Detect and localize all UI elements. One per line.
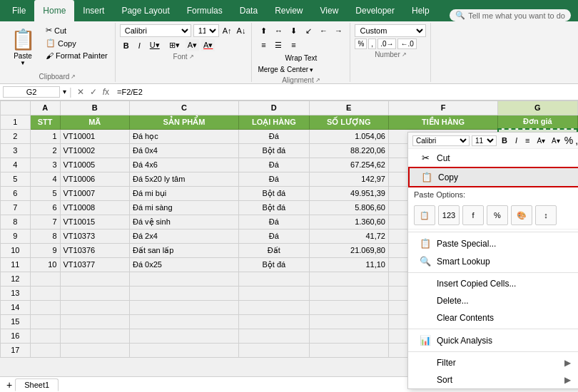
cell-a-6[interactable]: 5 bbox=[30, 186, 60, 200]
tab-review[interactable]: Review bbox=[266, 0, 311, 21]
cell-c-8[interactable]: Đá vệ sinh bbox=[129, 215, 238, 229]
tell-me-input[interactable]: 🔍 Tell me what you want to do bbox=[450, 9, 571, 21]
cell-e-2[interactable]: 1.054,06 bbox=[309, 129, 388, 143]
cut-button[interactable]: ✂ Cut bbox=[43, 24, 111, 36]
paste-button[interactable]: 📋 Paste ▼ bbox=[4, 24, 41, 68]
cell-c-2[interactable]: Đá học bbox=[129, 129, 238, 143]
ctx-delete[interactable]: Delete... bbox=[408, 292, 578, 309]
name-box-dropdown-icon[interactable]: ▾ bbox=[63, 88, 66, 96]
cell-a-2[interactable]: 1 bbox=[30, 129, 60, 143]
cell-a-4[interactable]: 3 bbox=[30, 158, 60, 172]
cell-b-10[interactable]: VT10376 bbox=[60, 243, 129, 257]
indent-decrease-button[interactable]: ← bbox=[316, 24, 330, 37]
cell-e-14[interactable] bbox=[309, 300, 388, 314]
cell-c-10[interactable]: Đất san lấp bbox=[129, 243, 238, 257]
tab-help[interactable]: Help bbox=[403, 0, 438, 21]
ctx-bold-btn[interactable]: B bbox=[499, 135, 510, 146]
align-top-button[interactable]: ⬆ bbox=[256, 24, 270, 37]
cell-a-5[interactable]: 4 bbox=[30, 172, 60, 186]
ctx-clear-contents[interactable]: Clear Contents bbox=[408, 309, 578, 326]
cell-c-16[interactable] bbox=[129, 329, 238, 343]
border-button[interactable]: ⊞▾ bbox=[166, 39, 183, 51]
header-so-luong[interactable]: SỐ LƯỢNG bbox=[309, 115, 388, 129]
cell-c-13[interactable] bbox=[129, 286, 238, 300]
ctx-comma-btn[interactable]: , bbox=[575, 135, 578, 146]
cell-b-5[interactable]: VT10006 bbox=[60, 172, 129, 186]
decrease-decimal-button[interactable]: ←.0 bbox=[397, 38, 416, 49]
align-center-button[interactable]: ☰ bbox=[271, 38, 285, 51]
cell-e-4[interactable]: 67.254,62 bbox=[309, 158, 388, 172]
formula-input[interactable] bbox=[114, 87, 575, 97]
ctx-paste-special[interactable]: 📋 Paste Special... bbox=[408, 234, 578, 252]
cell-d-12[interactable] bbox=[239, 272, 310, 286]
ctx-align-btn[interactable]: ≡ bbox=[522, 135, 532, 146]
cell-a-9[interactable]: 8 bbox=[30, 229, 60, 243]
cell-e-17[interactable] bbox=[309, 343, 388, 357]
cell-a-11[interactable]: 10 bbox=[30, 257, 60, 272]
cell-c-5[interactable]: Đá 5x20 ly tâm bbox=[129, 172, 238, 186]
col-header-d[interactable]: D bbox=[239, 100, 310, 115]
tab-view[interactable]: View bbox=[312, 0, 348, 21]
cell-d-13[interactable] bbox=[239, 286, 310, 300]
cell-e-15[interactable] bbox=[309, 314, 388, 329]
cell-b-11[interactable]: VT10377 bbox=[60, 257, 129, 272]
cell-e-8[interactable]: 1.360,60 bbox=[309, 215, 388, 229]
comma-button[interactable]: , bbox=[368, 38, 376, 49]
tab-page-layout[interactable]: Page Layout bbox=[113, 0, 178, 21]
cell-d-14[interactable] bbox=[239, 300, 310, 314]
add-sheet-icon[interactable]: + bbox=[4, 379, 15, 391]
number-expand-icon[interactable]: ↗ bbox=[402, 51, 407, 58]
cell-e-11[interactable]: 11,10 bbox=[309, 257, 388, 272]
cell-c-4[interactable]: Đá 4x6 bbox=[129, 158, 238, 172]
cell-c-17[interactable] bbox=[129, 343, 238, 357]
cell-c-12[interactable] bbox=[129, 272, 238, 286]
clipboard-expand-icon[interactable]: ↗ bbox=[71, 73, 76, 80]
cell-a-8[interactable]: 7 bbox=[30, 215, 60, 229]
increase-decimal-button[interactable]: .0→ bbox=[377, 38, 396, 49]
cell-b-2[interactable]: VT10001 bbox=[60, 129, 129, 143]
cell-a-12[interactable] bbox=[30, 272, 60, 286]
tab-data[interactable]: Data bbox=[231, 0, 266, 21]
cell-b-15[interactable] bbox=[60, 314, 129, 329]
cell-e-16[interactable] bbox=[309, 329, 388, 343]
paste-opt-5[interactable]: 🎨 bbox=[511, 205, 532, 225]
cell-b-6[interactable]: VT10007 bbox=[60, 186, 129, 200]
cell-a-7[interactable]: 6 bbox=[30, 200, 60, 215]
ctx-italic-btn[interactable]: I bbox=[512, 135, 520, 146]
paste-opt-6[interactable]: ↕ bbox=[535, 205, 557, 225]
cell-b-4[interactable]: VT10005 bbox=[60, 158, 129, 172]
copy-button[interactable]: 📋 Copy bbox=[43, 37, 111, 49]
decrease-font-size-button[interactable]: A↓ bbox=[235, 26, 248, 35]
tab-file[interactable]: File bbox=[4, 0, 34, 21]
header-tien-hang[interactable]: TIỀN HÀNG bbox=[388, 115, 497, 129]
cell-a-16[interactable] bbox=[30, 329, 60, 343]
cell-e-7[interactable]: 5.806,60 bbox=[309, 200, 388, 215]
cell-d-5[interactable]: Đá bbox=[239, 172, 310, 186]
cell-e-12[interactable] bbox=[309, 272, 388, 286]
font-size-select[interactable]: 11 bbox=[193, 24, 219, 37]
col-header-g[interactable]: G bbox=[498, 100, 577, 115]
cell-c-11[interactable]: Đá 0x25 bbox=[129, 257, 238, 272]
cell-c-14[interactable] bbox=[129, 300, 238, 314]
cell-d-2[interactable]: Đá bbox=[239, 129, 310, 143]
fill-color-button[interactable]: A▾ bbox=[186, 39, 199, 51]
cell-e-5[interactable]: 142,97 bbox=[309, 172, 388, 186]
ctx-copy[interactable]: 📋 Copy bbox=[408, 167, 578, 187]
insert-function-icon[interactable]: fx bbox=[101, 87, 111, 97]
col-header-a[interactable]: A bbox=[30, 100, 60, 115]
cell-a-13[interactable] bbox=[30, 286, 60, 300]
cell-a-14[interactable] bbox=[30, 300, 60, 314]
cell-c-6[interactable]: Đá mi bụi bbox=[129, 186, 238, 200]
tab-developer[interactable]: Developer bbox=[347, 0, 403, 21]
col-header-b[interactable]: B bbox=[60, 100, 129, 115]
cell-b-9[interactable]: VT10373 bbox=[60, 229, 129, 243]
indent-increase-button[interactable]: → bbox=[331, 24, 345, 37]
ctx-insert-copied[interactable]: Insert Copied Cells... bbox=[408, 275, 578, 292]
ctx-smart-lookup[interactable]: 🔍 Smart Lookup bbox=[408, 252, 578, 270]
cell-d-4[interactable]: Đá bbox=[239, 158, 310, 172]
cancel-formula-icon[interactable]: ✕ bbox=[75, 87, 86, 97]
paste-opt-1[interactable]: 📋 bbox=[414, 205, 435, 225]
cell-e-9[interactable]: 41,72 bbox=[309, 229, 388, 243]
ctx-cut[interactable]: ✂ Cut bbox=[408, 149, 578, 167]
confirm-formula-icon[interactable]: ✓ bbox=[88, 87, 99, 97]
